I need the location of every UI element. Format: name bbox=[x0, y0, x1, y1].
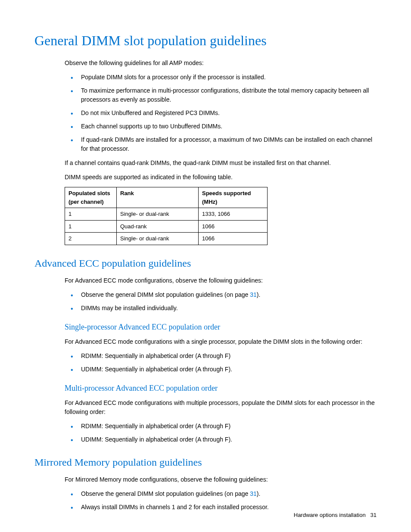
quad-rank-note: If a channel contains quad-rank DIMMs, t… bbox=[65, 159, 377, 168]
table-cell: Quad-rank bbox=[117, 220, 199, 233]
table-cell: 1 bbox=[65, 220, 117, 233]
list-text: Observe the general DIMM slot population… bbox=[81, 490, 250, 497]
list-item: Observe the general DIMM slot population… bbox=[65, 489, 377, 498]
list-item: Always install DIMMs in channels 1 and 2… bbox=[65, 503, 377, 512]
dimm-speed-table: Populated slots (per channel) Rank Speed… bbox=[65, 187, 268, 245]
table-row: 2 Single- or dual-rank 1066 bbox=[65, 233, 268, 245]
heading-mirrored-memory: Mirrored Memory population guidelines bbox=[34, 454, 377, 470]
list-text: Observe the general DIMM slot population… bbox=[81, 291, 250, 298]
list-text: ). bbox=[257, 490, 261, 497]
list-item: DIMMs may be installed individually. bbox=[65, 304, 377, 313]
page-link[interactable]: 31 bbox=[250, 291, 257, 298]
single-intro: For Advanced ECC mode configurations wit… bbox=[65, 337, 377, 346]
table-header: Populated slots (per channel) bbox=[65, 187, 117, 208]
table-cell: 1333, 1066 bbox=[199, 208, 268, 221]
table-cell: 2 bbox=[65, 233, 117, 245]
page-link[interactable]: 31 bbox=[250, 490, 257, 497]
general-guidelines-list: Populate DIMM slots for a processor only… bbox=[65, 73, 377, 153]
list-item: UDIMM: Sequentially in alphabetical orde… bbox=[65, 435, 377, 444]
table-cell: Single- or dual-rank bbox=[117, 208, 199, 221]
list-item: UDIMM: Sequentially in alphabetical orde… bbox=[65, 365, 377, 374]
table-cell: 1 bbox=[65, 208, 117, 221]
footer-section: Hardware options installation bbox=[294, 512, 366, 518]
table-cell: Single- or dual-rank bbox=[117, 233, 199, 245]
single-order-list: RDIMM: Sequentially in alphabetical orde… bbox=[65, 352, 377, 374]
table-row: 1 Single- or dual-rank 1333, 1066 bbox=[65, 208, 268, 221]
list-item: RDIMM: Sequentially in alphabetical orde… bbox=[65, 352, 377, 361]
heading-single-processor-ecc: Single-processor Advanced ECC population… bbox=[65, 321, 377, 333]
list-text: ). bbox=[257, 291, 261, 298]
multi-intro: For Advanced ECC mode configurations wit… bbox=[65, 398, 377, 417]
list-item: Each channel supports up to two Unbuffer… bbox=[65, 122, 377, 131]
list-item: Do not mix Unbuffered and Registered PC3… bbox=[65, 109, 377, 118]
list-item: RDIMM: Sequentially in alphabetical orde… bbox=[65, 422, 377, 431]
mirrored-guidelines-list: Observe the general DIMM slot population… bbox=[65, 489, 377, 512]
table-header-row: Populated slots (per channel) Rank Speed… bbox=[65, 187, 268, 208]
list-item: If quad-rank DIMMs are installed for a p… bbox=[65, 135, 377, 153]
multi-order-list: RDIMM: Sequentially in alphabetical orde… bbox=[65, 422, 377, 444]
list-item: Populate DIMM slots for a processor only… bbox=[65, 73, 377, 82]
table-cell: 1066 bbox=[199, 233, 268, 245]
ecc-intro: For Advanced ECC mode configurations, ob… bbox=[65, 276, 377, 285]
list-item: To maximize performance in multi-process… bbox=[65, 86, 377, 104]
table-row: 1 Quad-rank 1066 bbox=[65, 220, 268, 233]
table-header: Speeds supported (MHz) bbox=[199, 187, 268, 208]
ecc-guidelines-list: Observe the general DIMM slot population… bbox=[65, 290, 377, 313]
heading-advanced-ecc: Advanced ECC population guidelines bbox=[34, 255, 377, 271]
page-footer: Hardware options installation 31 bbox=[294, 511, 377, 520]
intro-paragraph: Observe the following guidelines for all… bbox=[65, 59, 377, 68]
table-intro: DIMM speeds are supported as indicated i… bbox=[65, 173, 377, 182]
heading-multi-processor-ecc: Multi-processor Advanced ECC population … bbox=[65, 383, 377, 394]
mirrored-intro: For Mirrored Memory mode configurations,… bbox=[65, 475, 377, 484]
footer-page-number: 31 bbox=[371, 512, 377, 518]
list-item: Observe the general DIMM slot population… bbox=[65, 290, 377, 299]
table-cell: 1066 bbox=[199, 220, 268, 233]
table-header: Rank bbox=[117, 187, 199, 208]
heading-general-dimm: General DIMM slot population guidelines bbox=[34, 30, 377, 51]
